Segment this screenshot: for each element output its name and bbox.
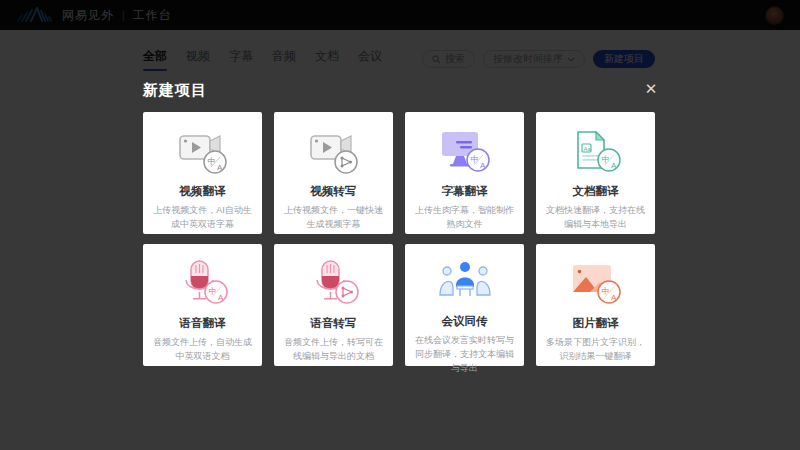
- document-translate-icon: Aa 中 A: [565, 123, 627, 181]
- card-desc: 上传视频文件，AI自动生成中英双语字幕: [143, 204, 262, 232]
- card-video-translate[interactable]: 中 A 视频翻译 上传视频文件，AI自动生成中英双语字幕: [143, 112, 262, 234]
- subtitle-translate-icon: 中 A: [434, 123, 496, 181]
- card-audio-translate[interactable]: 中 A 语音翻译 音频文件上传，自动生成中英双语文档: [143, 244, 262, 366]
- card-audio-transcribe[interactable]: 语音转写 音频文件上传，转写可在线编辑与导出的文档: [274, 244, 393, 366]
- card-desc: 上传生肉字幕，智能制作熟肉文件: [405, 204, 524, 232]
- card-image-translate[interactable]: 中 A 图片翻译 多场景下图片文字识别，识别结果一键翻译: [536, 244, 655, 366]
- new-project-modal: 新建项目 ✕ 中 A 视频翻译 上传视频文件，AI自动生成中英双语字幕: [0, 0, 800, 450]
- audio-transcribe-icon: [303, 255, 365, 313]
- badge-zh: 中: [470, 154, 479, 164]
- close-icon[interactable]: ✕: [641, 79, 661, 99]
- card-title: 文档翻译: [573, 184, 619, 199]
- card-desc: 多场景下图片文字识别，识别结果一键翻译: [536, 336, 655, 364]
- audio-translate-icon: 中 A: [172, 255, 234, 313]
- card-desc: 在线会议发言实时转写与同步翻译，支持文本编辑与导出: [405, 334, 524, 376]
- card-subtitle-translate[interactable]: 中 A 字幕翻译 上传生肉字幕，智能制作熟肉文件: [405, 112, 524, 234]
- badge-zh: 中: [208, 286, 217, 296]
- video-transcribe-icon: [303, 123, 365, 181]
- card-desc: 音频文件上传，转写可在线编辑与导出的文档: [274, 336, 393, 364]
- card-title: 字幕翻译: [442, 184, 488, 199]
- card-document-translate[interactable]: Aa 中 A 文档翻译 文档快速翻译，支持在线编辑与本地导出: [536, 112, 655, 234]
- card-title: 会议同传: [442, 314, 488, 329]
- modal-title: 新建项目: [143, 81, 207, 100]
- card-title: 视频翻译: [180, 184, 226, 199]
- card-desc: 文档快速翻译，支持在线编辑与本地导出: [536, 204, 655, 232]
- badge-en: A: [218, 293, 224, 302]
- card-desc: 上传视频文件，一键快速生成视频字幕: [274, 204, 393, 232]
- badge-en: A: [217, 163, 223, 172]
- meeting-interpret-icon: [434, 255, 496, 311]
- card-video-transcribe[interactable]: 视频转写 上传视频文件，一键快速生成视频字幕: [274, 112, 393, 234]
- card-meeting-interpret[interactable]: 会议同传 在线会议发言实时转写与同步翻译，支持文本编辑与导出: [405, 244, 524, 366]
- video-translate-icon: 中 A: [172, 123, 234, 181]
- project-type-grid: 中 A 视频翻译 上传视频文件，AI自动生成中英双语字幕: [143, 112, 655, 366]
- badge-en: A: [480, 161, 486, 170]
- badge-en: A: [611, 293, 617, 302]
- card-desc: 音频文件上传，自动生成中英双语文档: [143, 336, 262, 364]
- card-title: 语音翻译: [180, 316, 226, 331]
- card-title: 视频转写: [311, 184, 357, 199]
- card-title: 语音转写: [311, 316, 357, 331]
- badge-zh: 中: [601, 154, 610, 164]
- doc-aa-glyph: Aa: [583, 146, 591, 152]
- image-translate-icon: 中 A: [565, 255, 627, 313]
- badge-zh: 中: [207, 156, 216, 166]
- badge-en: A: [611, 161, 617, 170]
- badge-zh: 中: [601, 286, 610, 296]
- card-title: 图片翻译: [573, 316, 619, 331]
